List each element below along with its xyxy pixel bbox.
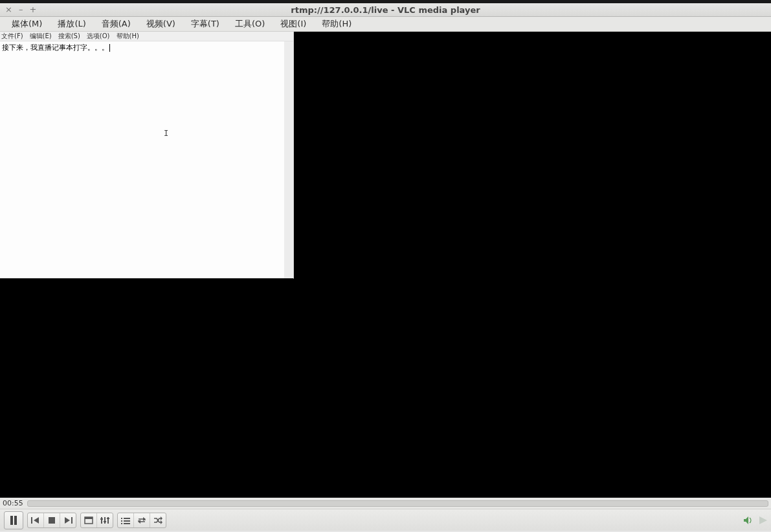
- menu-help[interactable]: 帮助(H): [314, 17, 359, 31]
- svg-rect-10: [104, 517, 106, 524]
- skip-next-icon: [63, 516, 73, 524]
- progress-row: 00:55: [0, 498, 771, 509]
- svg-rect-1: [14, 516, 17, 525]
- window-title: rtmp://127.0.0.1/live - VLC media player: [0, 5, 771, 15]
- svg-rect-14: [107, 518, 109, 519]
- svg-rect-12: [100, 518, 103, 520]
- stop-icon: [48, 516, 56, 524]
- notepad-menu-search[interactable]: 搜索(S): [58, 32, 80, 41]
- window-titlebar: × – + rtmp://127.0.0.1/live - VLC media …: [0, 3, 771, 17]
- volume-slider[interactable]: [759, 516, 767, 524]
- streamed-notepad-window: 文件(F) 编辑(E) 搜索(S) 选项(O) 帮助(H) 接下来，我直播记事本…: [0, 32, 294, 279]
- loop-button[interactable]: [134, 513, 150, 527]
- svg-rect-4: [49, 517, 55, 524]
- menu-audio[interactable]: 音频(A): [94, 17, 139, 31]
- svg-rect-16: [124, 518, 130, 519]
- fullscreen-icon: [84, 516, 93, 524]
- svg-marker-3: [34, 517, 39, 524]
- skip-previous-icon: [31, 516, 40, 524]
- svg-rect-20: [124, 523, 130, 524]
- loop-icon: [137, 516, 146, 524]
- svg-marker-22: [138, 520, 140, 524]
- svg-marker-24: [161, 520, 162, 524]
- vlc-menubar: 媒体(M) 播放(L) 音频(A) 视频(V) 字幕(T) 工具(O) 视图(I…: [0, 17, 771, 32]
- shuffle-icon: [153, 516, 162, 524]
- previous-button[interactable]: [28, 513, 44, 527]
- pause-icon: [10, 516, 17, 525]
- playlist-button[interactable]: [118, 513, 134, 527]
- notepad-text-content: 接下来，我直播记事本打字。。。: [2, 43, 109, 52]
- menu-playback[interactable]: 播放(L): [50, 17, 93, 31]
- seek-slider[interactable]: [27, 500, 768, 507]
- svg-rect-17: [121, 520, 122, 522]
- menu-subtitle[interactable]: 字幕(T): [183, 17, 227, 31]
- svg-marker-23: [161, 516, 162, 520]
- window-minimize-button[interactable]: –: [19, 3, 23, 16]
- notepad-menu-help[interactable]: 帮助(H): [117, 32, 139, 41]
- notepad-menu-options[interactable]: 选项(O): [87, 32, 110, 41]
- svg-rect-13: [104, 521, 106, 522]
- ibeam-cursor-icon: I: [164, 129, 168, 138]
- notepad-menu-file[interactable]: 文件(F): [1, 32, 23, 41]
- svg-marker-21: [143, 517, 146, 521]
- equalizer-icon: [100, 516, 109, 524]
- shuffle-button[interactable]: [150, 513, 166, 527]
- svg-rect-0: [10, 516, 13, 525]
- elapsed-time: 00:55: [3, 499, 23, 507]
- stop-button[interactable]: [44, 513, 60, 527]
- svg-rect-8: [85, 517, 93, 519]
- menu-video[interactable]: 视频(V): [139, 17, 183, 31]
- svg-rect-18: [124, 520, 130, 522]
- svg-marker-25: [744, 516, 748, 524]
- video-canvas[interactable]: 文件(F) 编辑(E) 搜索(S) 选项(O) 帮助(H) 接下来，我直播记事本…: [0, 32, 771, 498]
- window-maximize-button[interactable]: +: [29, 3, 36, 16]
- window-controls: × – +: [5, 3, 36, 16]
- svg-rect-9: [101, 517, 102, 524]
- menu-media[interactable]: 媒体(M): [4, 17, 50, 31]
- svg-rect-15: [121, 518, 122, 519]
- fullscreen-button[interactable]: [81, 513, 97, 527]
- svg-rect-19: [121, 523, 122, 524]
- notepad-text-area[interactable]: 接下来，我直播记事本打字。。。 I: [0, 41, 293, 278]
- notepad-menubar: 文件(F) 编辑(E) 搜索(S) 选项(O) 帮助(H): [0, 32, 293, 41]
- menu-tools[interactable]: 工具(O): [227, 17, 273, 31]
- svg-rect-2: [31, 517, 32, 524]
- playlist-icon: [121, 516, 130, 524]
- text-caret: [109, 44, 110, 52]
- list-group: [117, 513, 166, 528]
- volume-icon[interactable]: [744, 516, 753, 524]
- notepad-menu-edit[interactable]: 编辑(E): [30, 32, 52, 41]
- next-button[interactable]: [60, 513, 76, 527]
- window-close-button[interactable]: ×: [5, 3, 12, 16]
- svg-rect-6: [71, 517, 73, 524]
- extended-settings-button[interactable]: [97, 513, 113, 527]
- transport-group: [27, 513, 76, 528]
- pause-button[interactable]: [4, 511, 23, 529]
- view-group: [80, 513, 113, 528]
- menu-view[interactable]: 视图(I): [273, 17, 314, 31]
- controls-row: [0, 509, 771, 531]
- svg-marker-5: [65, 517, 70, 524]
